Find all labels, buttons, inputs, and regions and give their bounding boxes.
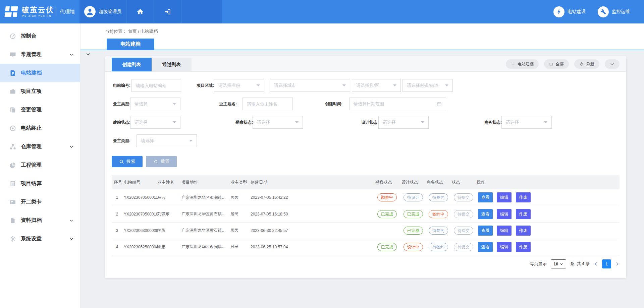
collapse-chevron-icon[interactable] (86, 52, 90, 56)
cell-owner: 刘强东 (156, 206, 180, 222)
edit-button[interactable]: 编辑 (497, 226, 512, 236)
city-select[interactable]: 请选择城市 (270, 79, 350, 92)
cell-type: 居民 (229, 206, 249, 222)
cell-no: 4 (112, 239, 122, 255)
town-select[interactable]: 请选择村镇/街道 (402, 79, 453, 92)
view-button[interactable]: 查看 (478, 192, 493, 202)
sidebar-item-change-mgmt[interactable]: 变更管理 (0, 101, 80, 119)
page-tab-station-archive[interactable]: 电站建档 (107, 39, 154, 50)
cell-business: 签约中 (425, 206, 450, 222)
current-page-button[interactable]: 1 (602, 259, 611, 268)
next-page-button[interactable] (615, 262, 620, 266)
station-archive-panel: 创建列表 通过列表 电站建档 全屏 (105, 56, 626, 278)
sidebar-item-label: 项目立项 (21, 88, 42, 95)
edit-button[interactable]: 编辑 (497, 192, 512, 202)
cell-status: 待提交 (450, 239, 475, 255)
submit-status-badge: 待提交 (454, 210, 473, 218)
column-header-no: 序号 (112, 175, 122, 189)
caret-down-icon (189, 140, 193, 142)
user-name: 超级管理员 (99, 9, 121, 15)
nav-station-build-label: 电站建设 (568, 9, 586, 15)
edit-button[interactable]: 编辑 (497, 242, 512, 252)
build-status-select[interactable]: 请选择 (130, 116, 180, 129)
sidebar-item-open-card[interactable]: 开二类卡 (0, 193, 80, 211)
design-status-badge: 已完成 (404, 227, 423, 235)
search-button[interactable]: 搜索 (112, 156, 143, 167)
view-button[interactable]: 查看 (478, 209, 493, 219)
station-code-input[interactable] (131, 79, 181, 92)
tab-passed-list[interactable]: 通过列表 (152, 58, 192, 71)
nav-monitor-ops[interactable]: 监控运维 (598, 6, 630, 17)
caret-down-icon (393, 84, 396, 86)
business-status-badge: 签约中 (429, 210, 448, 218)
logout-button[interactable] (154, 0, 181, 23)
refresh-icon (579, 62, 584, 66)
created-date-range-picker[interactable]: 请选择日期范围 (349, 98, 446, 110)
business-status-badge: 待签约 (429, 227, 448, 235)
sidebar-item-project-settlement[interactable]: 项目结算 (0, 174, 80, 193)
design-status-select[interactable]: 请选择 (378, 116, 429, 129)
survey-status-select[interactable]: 请选择 (253, 116, 303, 129)
filter-row-4: 业主类型: 请选择 (112, 134, 620, 147)
caret-down-icon (257, 84, 260, 86)
view-button[interactable]: 查看 (478, 226, 493, 236)
breadcrumb-path[interactable]: 首页 / 电站建档 (128, 28, 158, 35)
void-button[interactable]: 作废 (516, 242, 531, 252)
void-button[interactable]: 作废 (516, 192, 531, 202)
fullscreen-button[interactable]: 全屏 (544, 59, 569, 69)
content-header: 当前位置： 首页 / 电站建档 电站建档 (80, 23, 644, 50)
business-status-select[interactable]: 请选择 (501, 116, 552, 129)
owner-type2-select[interactable]: 请选择 (137, 134, 197, 147)
column-header-business: 商务状态 (425, 175, 450, 189)
dashboard-icon (9, 33, 16, 40)
station-table: 序号 电站编号 业主姓名 项目地址 业主类型 创建日期 勘察状态 设计状态 商务… (112, 175, 620, 255)
per-page-select[interactable]: 10 (551, 259, 566, 268)
add-station-button[interactable]: 电站建档 (506, 59, 539, 69)
sidebar-item-console[interactable]: 控制台 (0, 27, 80, 45)
lightning-icon (553, 6, 565, 17)
cell-created: 2023-06-30 22:45:57 (249, 222, 374, 239)
tab-create-list[interactable]: 创建列表 (112, 58, 152, 71)
sidebar-item-project-initiation[interactable]: 项目立项 (0, 82, 80, 101)
cell-address: 广东深圳龙华区观澜镇姚家庄... (180, 239, 229, 255)
chevron-down-icon (69, 145, 73, 149)
sidebar-item-label: 控制台 (21, 33, 37, 40)
county-select[interactable]: 请选择县/区 (352, 79, 401, 92)
fullscreen-label: 全屏 (556, 61, 564, 67)
sidebar-item-general-mgmt[interactable]: 常规管理 (0, 45, 80, 64)
home-button[interactable] (126, 0, 154, 23)
owner-name-input[interactable] (243, 98, 293, 110)
void-button[interactable]: 作废 (516, 209, 531, 219)
cell-no: 1 (112, 189, 122, 206)
void-button[interactable]: 作废 (516, 226, 531, 236)
calculator-icon (9, 180, 16, 187)
refresh-button[interactable]: 刷新 (574, 59, 599, 69)
caret-down-icon (295, 121, 299, 123)
view-button[interactable]: 查看 (478, 242, 493, 252)
cell-survey: 已完成 (374, 206, 400, 222)
cell-business: 待签约 (425, 222, 450, 239)
sidebar-item-station-archive[interactable]: 电站建档 (0, 64, 80, 82)
table-row: 4 YX2023062500004 姚忠 广东深圳龙华区观澜镇姚家庄... 居民… (112, 239, 620, 255)
sidebar-item-system-settings[interactable]: 系统设置 (0, 230, 80, 248)
panel-collapse-button[interactable] (605, 59, 620, 69)
user-menu[interactable]: 超级管理员 (79, 0, 126, 23)
sidebar-item-engineering-mgmt[interactable]: 工程管理 (0, 156, 80, 174)
sidebar-item-label: 资料归档 (21, 217, 42, 224)
sidebar-item-warehouse-mgmt[interactable]: 仓库管理 (0, 137, 80, 156)
topbar-right: 电站建设 监控运维 (222, 0, 644, 23)
sidebar-item-data-archive[interactable]: 资料归档 (0, 211, 80, 230)
nav-station-build[interactable]: 电站建设 (553, 6, 586, 17)
reset-button[interactable]: 重置 (146, 156, 177, 167)
prev-page-button[interactable] (594, 262, 598, 266)
cell-address: 广东深圳龙华区黄石镇姚家庄... (180, 222, 229, 239)
province-select[interactable]: 请选择省份 (214, 79, 264, 92)
cell-created: 2023-06-25 10:57:04 (249, 239, 374, 255)
caret-down-icon (445, 84, 448, 86)
file-archive-icon (9, 217, 16, 224)
cell-no: 2 (112, 206, 122, 222)
column-header-design: 设计状态 (400, 175, 425, 189)
sidebar-item-station-terminate[interactable]: 电站终止 (0, 119, 80, 137)
owner-type-select[interactable]: 请选择 (130, 98, 180, 110)
edit-button[interactable]: 编辑 (497, 209, 512, 219)
